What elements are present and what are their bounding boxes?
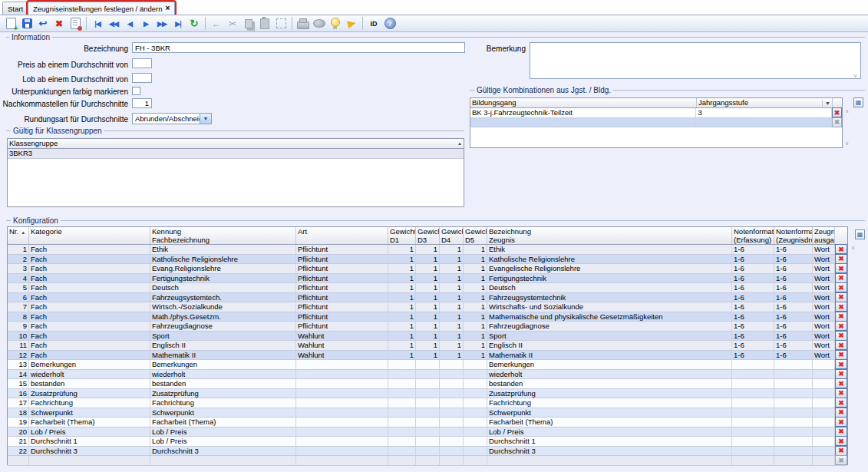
- konfiguration-cell[interactable]: Durchschnitt 3: [487, 447, 732, 456]
- konfiguration-delete-button[interactable]: ✖: [835, 455, 847, 465]
- konfiguration-cell[interactable]: [813, 398, 835, 408]
- konfiguration-cell[interactable]: 1-6: [732, 332, 774, 341]
- konfiguration-cell[interactable]: [774, 370, 813, 379]
- konfiguration-cell[interactable]: wiederholt: [29, 370, 150, 379]
- konfiguration-cell[interactable]: [813, 360, 835, 369]
- konfiguration-cell[interactable]: Wort: [813, 302, 835, 312]
- kombinationen-col-jahrgangsstufe[interactable]: Jahrgangsstufe ▼: [697, 98, 833, 107]
- konfiguration-cell[interactable]: 1: [440, 302, 464, 312]
- bemerkung-scroll-down-icon[interactable]: ∨: [853, 73, 857, 79]
- konfiguration-delete-button[interactable]: ✖: [835, 378, 847, 388]
- tab-zeugniseinstellungen-close-icon[interactable]: ×: [165, 5, 170, 12]
- konfiguration-cell[interactable]: Fach: [29, 283, 150, 292]
- konfiguration-col-gewicht-d3[interactable]: GewichtD3: [416, 227, 440, 244]
- konfiguration-cell[interactable]: Wort: [813, 264, 835, 273]
- konfiguration-cell[interactable]: 1: [464, 293, 487, 302]
- konfiguration-delete-button[interactable]: ✖: [835, 359, 847, 369]
- kombinationen-scroll-down-icon[interactable]: ∨: [845, 140, 849, 147]
- konfiguration-delete-button[interactable]: ✖: [835, 427, 847, 437]
- konfiguration-delete-button[interactable]: ✖: [835, 292, 847, 302]
- konfiguration-cell[interactable]: [296, 408, 388, 418]
- konfiguration-cell[interactable]: Wahlunt: [296, 351, 388, 360]
- konfiguration-cell[interactable]: Pflichtunt: [296, 302, 388, 312]
- konfiguration-cell[interactable]: Lob / Preis: [150, 427, 296, 437]
- konfiguration-cell[interactable]: Facharbeit (Thema): [150, 418, 296, 427]
- konfiguration-cell[interactable]: [296, 379, 388, 388]
- klassengruppen-col-klassengruppe[interactable]: Klassengruppe ▲: [8, 139, 464, 148]
- konfiguration-row[interactable]: 8FachMath./phys.Gesetzm.Pflichtunt1111Ma…: [8, 312, 847, 322]
- konfiguration-cell[interactable]: 1-6: [774, 322, 813, 331]
- konfiguration-cell[interactable]: Pflichtunt: [296, 245, 388, 254]
- konfiguration-cell[interactable]: Durchschnitt 1: [487, 437, 732, 446]
- sort-asc-icon[interactable]: ▲: [21, 230, 25, 235]
- konfiguration-cell[interactable]: Katholische Religionslehre: [150, 255, 296, 264]
- konfiguration-cell[interactable]: 1: [388, 264, 416, 273]
- refresh-button[interactable]: ↻: [186, 16, 202, 31]
- konfiguration-cell[interactable]: 1: [416, 302, 440, 312]
- konfiguration-cell[interactable]: [732, 408, 774, 418]
- konfiguration-cell[interactable]: Pflichtunt: [296, 255, 388, 264]
- konfiguration-cell[interactable]: Wort: [813, 255, 835, 264]
- konfiguration-cell[interactable]: Schwerpunkt: [487, 408, 732, 418]
- konfiguration-cell[interactable]: Katholische Religionslehre: [487, 255, 732, 264]
- konfiguration-col-nr-[interactable]: Nr.▲: [8, 227, 29, 244]
- klassengruppen-cell[interactable]: 3BKR3: [8, 149, 464, 158]
- konfiguration-cell[interactable]: 1: [8, 245, 29, 254]
- konfiguration-cell[interactable]: 10: [8, 332, 29, 341]
- konfiguration-cell[interactable]: 1-6: [732, 312, 774, 322]
- konfiguration-col-kennung-fachbezeichnung[interactable]: KennungFachbezeichnung: [150, 227, 296, 244]
- konfiguration-cell[interactable]: [732, 370, 774, 379]
- konfiguration-cell[interactable]: [388, 456, 416, 465]
- konfiguration-cell[interactable]: Englisch II: [487, 341, 732, 350]
- konfiguration-cell[interactable]: [732, 418, 774, 427]
- konfiguration-cell[interactable]: 1-6: [774, 302, 813, 312]
- konfiguration-cell[interactable]: 1-6: [732, 264, 774, 273]
- tab-zeugniseinstellungen[interactable]: Zeugniseinstellungen festlegen / ändern …: [28, 2, 175, 15]
- konfiguration-cell[interactable]: [29, 456, 150, 465]
- konfiguration-cell[interactable]: [813, 370, 835, 379]
- konfiguration-cell[interactable]: Mathematische und physikalische Gesetzmä…: [487, 312, 732, 322]
- konfiguration-cell[interactable]: Wahlunt: [296, 332, 388, 341]
- konfiguration-delete-button[interactable]: ✖: [835, 302, 847, 312]
- konfiguration-cell[interactable]: 1-6: [774, 332, 813, 341]
- konfiguration-cell[interactable]: 1: [388, 332, 416, 341]
- konfiguration-delete-button[interactable]: ✖: [835, 282, 847, 292]
- konfiguration-cell[interactable]: 1-6: [732, 293, 774, 302]
- konfiguration-cell[interactable]: 1-6: [774, 293, 813, 302]
- konfiguration-cell[interactable]: Wort: [813, 293, 835, 302]
- konfiguration-cell[interactable]: [388, 427, 416, 437]
- konfiguration-cell[interactable]: Wort: [813, 332, 835, 341]
- konfiguration-cell[interactable]: 1: [416, 245, 440, 254]
- konfiguration-cell[interactable]: Bemerkungen: [150, 360, 296, 369]
- konfiguration-cell[interactable]: [8, 456, 29, 465]
- kombinationen-delete-button[interactable]: ✖: [832, 107, 842, 117]
- kombinationen-col-bildungsgang[interactable]: Bildungsgang: [470, 98, 697, 107]
- konfiguration-cell[interactable]: Fach: [29, 274, 150, 283]
- konfiguration-cell[interactable]: Deutsch: [487, 283, 732, 292]
- konfiguration-cell[interactable]: Zusatzprüfung: [29, 389, 150, 398]
- konfiguration-cell[interactable]: Zusatzprüfung: [150, 389, 296, 398]
- konfiguration-cell[interactable]: 22: [8, 447, 29, 456]
- konfiguration-cell[interactable]: Pflichtunt: [296, 274, 388, 283]
- konfiguration-cell[interactable]: [416, 456, 440, 465]
- konfiguration-cell[interactable]: Ethik: [150, 245, 296, 254]
- konfiguration-cell[interactable]: 1-6: [774, 283, 813, 292]
- konfiguration-cell[interactable]: Fach: [29, 332, 150, 341]
- konfiguration-row[interactable]: 22Durchschnitt 3Durchschnitt 3Durchschni…: [8, 447, 847, 457]
- konfiguration-cell[interactable]: [440, 408, 464, 418]
- konfiguration-cell[interactable]: 1: [440, 351, 464, 360]
- konfiguration-cell[interactable]: 1: [416, 283, 440, 292]
- konfiguration-cell[interactable]: Fahrzeugsystemtech.: [150, 293, 296, 302]
- kombinationen-row[interactable]: BK 3-j.Fahrzeugtechnik-Teilzeit3✖: [470, 108, 842, 118]
- konfiguration-cell[interactable]: wiederholt: [487, 370, 732, 379]
- select-marquee-button[interactable]: [273, 16, 289, 31]
- konfiguration-cell[interactable]: [388, 360, 416, 369]
- konfiguration-cell[interactable]: [416, 418, 440, 427]
- konfiguration-cell[interactable]: Wort: [813, 312, 835, 322]
- konfiguration-cell[interactable]: Lob / Preis: [487, 427, 732, 437]
- print-button[interactable]: [295, 16, 311, 31]
- kombinationen-cell[interactable]: [470, 118, 696, 127]
- konfiguration-cell[interactable]: Fach: [29, 312, 150, 322]
- konfiguration-cell[interactable]: 19: [8, 418, 29, 427]
- konfiguration-cell[interactable]: 1: [464, 274, 487, 283]
